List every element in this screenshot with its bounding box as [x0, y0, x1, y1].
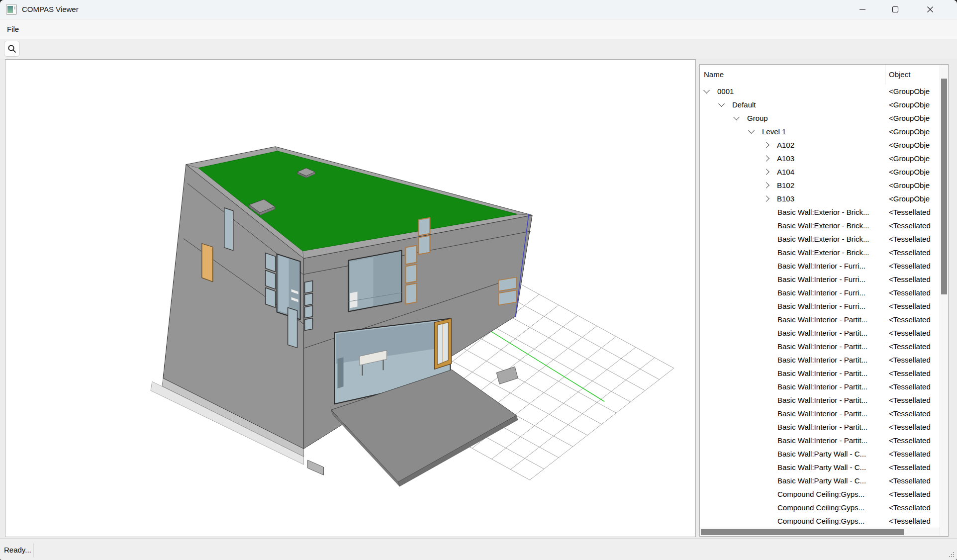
column-divider[interactable]	[885, 65, 885, 85]
tree-row[interactable]: Basic Wall:Party Wall - C...<Tessellated	[700, 474, 940, 487]
tree-item-label: Compound Ceiling:Gyps...	[777, 514, 864, 528]
column-header-object[interactable]: Object	[889, 65, 910, 85]
tree-row[interactable]: Basic Wall:Interior - Partit...<Tessella…	[700, 313, 940, 326]
tree-row[interactable]: B102<GroupObje	[700, 179, 940, 192]
chevron-down-icon[interactable]	[703, 87, 710, 93]
search-icon	[6, 43, 18, 55]
tree-row[interactable]: Basic Wall:Interior - Furri...<Tessellat…	[700, 299, 940, 313]
tree-row[interactable]: Basic Wall:Interior - Furri...<Tessellat…	[700, 286, 940, 299]
tree-row[interactable]: Basic Wall:Exterior - Brick...<Tessellat…	[700, 219, 940, 232]
tree-item-label: Basic Wall:Interior - Furri...	[777, 286, 865, 299]
minimize-button[interactable]	[846, 0, 879, 19]
window-title: COMPAS Viewer	[22, 0, 79, 19]
titlebar[interactable]: COMPAS Viewer	[0, 0, 957, 19]
tree-row[interactable]: Group<GroupObje	[700, 111, 940, 125]
tree-row[interactable]: Basic Wall:Interior - Partit...<Tessella…	[700, 380, 940, 393]
chevron-right-icon[interactable]	[763, 182, 769, 188]
chevron-right-icon[interactable]	[763, 142, 769, 148]
minimize-icon	[859, 6, 866, 13]
tree-item-label: Basic Wall:Interior - Partit...	[777, 340, 867, 353]
viewport-3d[interactable]	[5, 59, 696, 537]
tree-item-object: <Tessellated	[889, 205, 940, 219]
tree-item-object: <Tessellated	[889, 514, 940, 528]
tree-row[interactable]: Basic Wall:Party Wall - C...<Tessellated	[700, 447, 940, 461]
chevron-right-icon[interactable]	[763, 155, 769, 162]
tree-item-label: Basic Wall:Interior - Partit...	[777, 407, 867, 420]
tree-row[interactable]: Basic Wall:Interior - Partit...<Tessella…	[700, 420, 940, 434]
tree-row[interactable]: A104<GroupObje	[700, 165, 940, 179]
close-button[interactable]	[914, 0, 947, 19]
tree-row[interactable]: Basic Wall:Interior - Partit...<Tessella…	[700, 407, 940, 420]
tree-row[interactable]: Basic Wall:Interior - Furri...<Tessellat…	[700, 259, 940, 273]
tree-row[interactable]: Basic Wall:Interior - Partit...<Tessella…	[700, 326, 940, 340]
door-right	[434, 318, 451, 369]
tree-item-label: Basic Wall:Exterior - Brick...	[777, 246, 869, 259]
status-text: Ready...	[4, 546, 31, 554]
tree-item-label: Basic Wall:Interior - Partit...	[777, 353, 867, 367]
tree-row[interactable]: Basic Wall:Exterior - Brick...<Tessellat…	[700, 232, 940, 246]
tree-item-object: <Tessellated	[889, 353, 940, 367]
tree-row[interactable]: A103<GroupObje	[700, 152, 940, 165]
tree-row[interactable]: Basic Wall:Interior - Furri...<Tessellat…	[700, 273, 940, 286]
tree-item-object: <Tessellated	[889, 219, 940, 232]
tree-row[interactable]: Compound Ceiling:Gyps...<Tessellated	[700, 501, 940, 514]
tree-row[interactable]: Default<GroupObje	[700, 98, 940, 111]
tree-item-object: <GroupObje	[889, 98, 940, 111]
tree-item-object: <Tessellated	[889, 474, 940, 487]
tree-item-label: Compound Ceiling:Gyps...	[777, 487, 864, 501]
maximize-icon	[892, 6, 899, 13]
tree-row[interactable]: A102<GroupObje	[700, 138, 940, 152]
tree-item-label: Basic Wall:Interior - Partit...	[777, 326, 867, 340]
menu-file[interactable]: File	[7, 19, 19, 39]
toolbar	[0, 39, 957, 59]
tree-item-label: Basic Wall:Exterior - Brick...	[777, 232, 869, 246]
tree-item-label: Level 1	[762, 125, 786, 138]
chevron-right-icon[interactable]	[763, 195, 769, 202]
window-stack-right	[405, 246, 416, 304]
vertical-scrollbar[interactable]	[940, 65, 948, 536]
vertical-scrollbar-thumb[interactable]	[941, 79, 947, 294]
window-slot-lower	[288, 307, 297, 348]
tree-item-label: Basic Wall:Interior - Partit...	[777, 380, 867, 393]
tree-item-object: <Tessellated	[889, 286, 940, 299]
column-header-name[interactable]: Name	[704, 65, 724, 85]
tree-row[interactable]: Basic Wall:Interior - Partit...<Tessella…	[700, 367, 940, 380]
tree-rows: 0001<GroupObjeDefault<GroupObjeGroup<Gro…	[700, 85, 940, 528]
tree-row[interactable]: Basic Wall:Exterior - Brick...<Tessellat…	[700, 205, 940, 219]
tree-item-object: <Tessellated	[889, 299, 940, 313]
tree-row[interactable]: 0001<GroupObje	[700, 85, 940, 98]
tree-item-label: Compound Ceiling:Gyps...	[777, 501, 864, 514]
tree-row[interactable]: Basic Wall:Interior - Partit...<Tessella…	[700, 393, 940, 407]
tree-row[interactable]: Basic Wall:Interior - Partit...<Tessella…	[700, 340, 940, 353]
tree-row[interactable]: B103<GroupObje	[700, 192, 940, 205]
tree-item-label: A104	[777, 165, 794, 179]
resize-grip-icon[interactable]	[948, 551, 956, 559]
tree-item-label: Basic Wall:Interior - Partit...	[777, 393, 867, 407]
tree-item-object: <Tessellated	[889, 340, 940, 353]
tree-item-object: <Tessellated	[889, 313, 940, 326]
search-button[interactable]	[4, 41, 20, 57]
tree-item-object: <GroupObje	[889, 125, 940, 138]
app-icon	[6, 4, 17, 15]
maximize-button[interactable]	[879, 0, 912, 19]
tree-row[interactable]: Basic Wall:Interior - Partit...<Tessella…	[700, 353, 940, 367]
tree-item-label: Basic Wall:Interior - Furri...	[777, 299, 865, 313]
tree-row[interactable]: Basic Wall:Party Wall - C...<Tessellated	[700, 461, 940, 474]
horizontal-scrollbar[interactable]	[700, 528, 940, 536]
tree-row[interactable]: Basic Wall:Interior - Partit...<Tessella…	[700, 434, 940, 447]
chevron-down-icon[interactable]	[733, 114, 740, 120]
tree-item-label: Basic Wall:Party Wall - C...	[777, 461, 866, 474]
tree-row[interactable]: Basic Wall:Exterior - Brick...<Tessellat…	[700, 246, 940, 259]
tree-item-label: Basic Wall:Party Wall - C...	[777, 447, 866, 461]
chevron-right-icon[interactable]	[763, 169, 769, 175]
tree-item-object: <Tessellated	[889, 246, 940, 259]
main-content: Name Object 0001<GroupObjeDefault<GroupO…	[0, 59, 957, 538]
tree-item-label: B102	[777, 179, 794, 192]
chevron-down-icon[interactable]	[748, 127, 755, 134]
tree-row[interactable]: Compound Ceiling:Gyps...<Tessellated	[700, 514, 940, 528]
tree-row[interactable]: Level 1<GroupObje	[700, 125, 940, 138]
chevron-down-icon[interactable]	[718, 100, 725, 107]
tree-item-object: <Tessellated	[889, 326, 940, 340]
tree-row[interactable]: Compound Ceiling:Gyps...<Tessellated	[700, 487, 940, 501]
horizontal-scrollbar-thumb[interactable]	[701, 529, 904, 535]
